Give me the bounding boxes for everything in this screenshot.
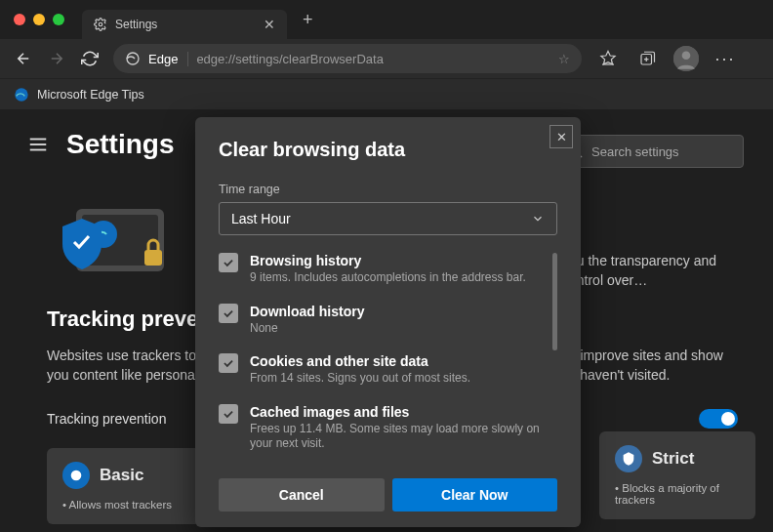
browser-toolbar: Edge edge://settings/clearBrowserData ☆ … xyxy=(0,39,773,78)
checkbox-download-history[interactable] xyxy=(219,304,238,323)
scrollbar-thumb[interactable] xyxy=(552,253,557,350)
svg-rect-17 xyxy=(144,250,162,266)
forward-button[interactable] xyxy=(47,49,66,68)
item-title: Cached images and files xyxy=(250,404,548,420)
item-title: Cookies and other site data xyxy=(250,353,470,369)
item-desc: None xyxy=(250,321,364,337)
item-title: Browsing history xyxy=(250,253,526,268)
svg-point-18 xyxy=(71,470,82,480)
close-tab-icon[interactable]: ✕ xyxy=(264,17,275,32)
collections-icon[interactable] xyxy=(634,46,660,71)
checkbox-browsing-history[interactable] xyxy=(219,253,238,272)
list-item: Download history None xyxy=(219,304,557,337)
minimize-window-button[interactable] xyxy=(33,14,45,25)
svg-point-1 xyxy=(127,53,139,64)
item-desc: Frees up 11.4 MB. Some sites may load mo… xyxy=(250,422,548,452)
address-url: edge://settings/clearBrowserData xyxy=(196,52,383,66)
strict-plan-icon xyxy=(615,445,642,472)
traffic-lights xyxy=(14,14,64,25)
svg-point-7 xyxy=(682,51,691,60)
dialog-items-list: Browsing history 9 items. Includes autoc… xyxy=(219,253,557,469)
list-item: Cached images and files Frees up 11.4 MB… xyxy=(219,404,557,452)
favorites-icon[interactable] xyxy=(595,46,621,71)
bookmark-bar: Microsoft Edge Tips xyxy=(0,78,773,109)
new-tab-button[interactable]: + xyxy=(303,10,313,30)
tab-title: Settings xyxy=(115,18,157,31)
svg-point-0 xyxy=(99,22,102,26)
item-title: Download history xyxy=(250,304,364,319)
list-item: Cookies and other site data From 14 site… xyxy=(219,353,557,387)
clear-now-button[interactable]: Clear Now xyxy=(392,478,558,512)
time-range-value: Last Hour xyxy=(231,211,291,226)
cancel-button[interactable]: Cancel xyxy=(219,478,385,512)
bookmark-item[interactable]: Microsoft Edge Tips xyxy=(37,88,144,102)
tracking-prevention-label: Tracking prevention xyxy=(47,411,166,427)
address-bar[interactable]: Edge edge://settings/clearBrowserData ☆ xyxy=(113,44,582,73)
plan-strict-name: Strict xyxy=(652,449,694,469)
checkbox-cache[interactable] xyxy=(219,404,238,424)
edge-bookmark-icon xyxy=(14,87,29,102)
window-titlebar: Settings ✕ + xyxy=(0,0,773,39)
checkbox-cookies[interactable] xyxy=(219,353,238,373)
close-window-button[interactable] xyxy=(14,14,25,25)
favorite-icon[interactable]: ☆ xyxy=(558,52,570,66)
edge-icon xyxy=(125,51,141,66)
item-desc: 9 items. Includes autocompletions in the… xyxy=(250,270,526,286)
plan-basic-name: Basic xyxy=(100,466,143,485)
plan-strict-bullet: • Blocks a majority of trackers xyxy=(615,482,740,506)
tracking-prevention-toggle[interactable] xyxy=(699,409,738,429)
dialog-close-button[interactable]: ✕ xyxy=(549,125,573,148)
shield-illustration xyxy=(47,199,183,287)
list-item: Browsing history 9 items. Includes autoc… xyxy=(219,253,557,286)
profile-button[interactable] xyxy=(673,46,699,71)
more-menu-icon[interactable]: ··· xyxy=(712,46,738,71)
gear-icon xyxy=(94,18,107,31)
back-button[interactable] xyxy=(14,49,33,68)
dialog-title: Clear browsing data xyxy=(219,139,557,161)
peek-text: you the transparency and control over… xyxy=(562,251,738,291)
menu-icon[interactable] xyxy=(27,134,49,155)
page-title: Settings xyxy=(66,129,174,160)
basic-plan-icon xyxy=(62,462,90,489)
maximize-window-button[interactable] xyxy=(53,14,64,25)
clear-data-dialog: ✕ Clear browsing data Time range Last Ho… xyxy=(195,117,581,527)
browser-tab[interactable]: Settings ✕ xyxy=(82,10,287,39)
search-placeholder: Search settings xyxy=(591,144,679,159)
settings-search[interactable]: Search settings xyxy=(558,135,744,168)
time-range-label: Time range xyxy=(219,183,557,196)
item-desc: From 14 sites. Signs you out of most sit… xyxy=(250,371,470,387)
refresh-button[interactable] xyxy=(80,49,100,68)
plan-strict-card[interactable]: Strict • Blocks a majority of trackers xyxy=(599,431,755,519)
time-range-select[interactable]: Last Hour xyxy=(219,202,557,235)
address-origin: Edge xyxy=(148,52,188,66)
chevron-down-icon xyxy=(531,212,545,225)
